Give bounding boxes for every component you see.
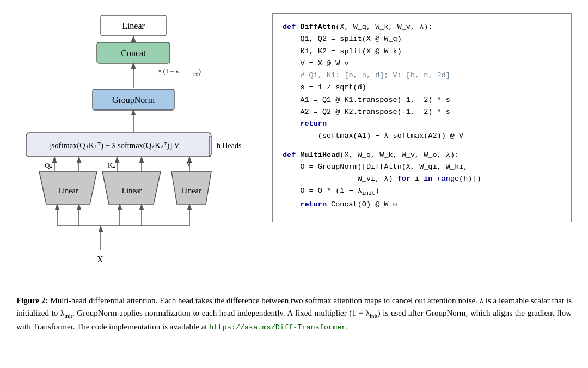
code-line-16: return Concat(O) @ W_o <box>283 199 561 211</box>
code-line-15: O = O * (1 − λinit) <box>283 185 561 198</box>
svg-text:): ) <box>199 68 201 75</box>
svg-text:h Heads: h Heads <box>217 142 242 150</box>
neural-network-diagram: Linear Concat × (1 − λ init ) GroupNorm <box>16 11 272 280</box>
code-line-2: Q1, Q2 = split(X @ W_q) <box>283 33 561 45</box>
code-line-8: A2 = Q2 @ K2.transpose(-1, -2) * s <box>283 106 561 118</box>
code-line-1: def DiffAttn(X, W_q, W_k, W_v, λ): <box>283 21 561 33</box>
code-line-9: return <box>283 118 561 130</box>
code-line-7: A1 = Q1 @ K1.transpose(-1, -2) * s <box>283 94 561 106</box>
svg-text:Linear: Linear <box>122 187 142 195</box>
svg-text:Linear: Linear <box>122 21 145 30</box>
caption-link: https://aka.ms/Diff-Transformer <box>209 323 346 332</box>
code-line-3: K1, K2 = split(X @ W_k) <box>283 46 561 58</box>
svg-text:X: X <box>97 255 103 264</box>
code-line-10: (softmax(A1) − λ softmax(A2)) @ V <box>283 130 561 142</box>
code-line-12: def MultiHead(X, W_q, W_k, W_v, W_o, λ): <box>283 149 561 161</box>
diagram-and-code: Linear Concat × (1 − λ init ) GroupNorm <box>16 11 572 280</box>
svg-text:Concat: Concat <box>121 48 146 58</box>
svg-text:K₁: K₁ <box>108 161 115 169</box>
diffattn-section: def DiffAttn(X, W_q, W_k, W_v, λ): Q1, Q… <box>283 21 561 143</box>
svg-text:Linear: Linear <box>181 187 201 195</box>
caption-label: Figure 2: <box>16 296 48 305</box>
code-line-5: # Qi, Ki: [b, n, d]; V: [b, n, 2d] <box>283 70 561 82</box>
svg-text:GroupNorm: GroupNorm <box>112 95 155 105</box>
svg-text:[softmax(Q₁K₁ᵀ) − λ softmax(Q₂: [softmax(Q₁K₁ᵀ) − λ softmax(Q₂K₂ᵀ)] V <box>49 141 180 150</box>
code-line-6: s = 1 / sqrt(d) <box>283 82 561 94</box>
code-line-13: O = GroupNorm([DiffAttn(X, W_qi, W_ki, <box>283 161 561 173</box>
svg-text:Q₁: Q₁ <box>45 161 52 169</box>
code-line-4: V = X @ W_v <box>283 58 561 70</box>
svg-text:× (1 − λ: × (1 − λ <box>158 68 179 75</box>
caption-period: . <box>346 322 348 331</box>
svg-text:Linear: Linear <box>58 187 78 195</box>
svg-text:V: V <box>186 160 192 168</box>
figure-2: Linear Concat × (1 − λ init ) GroupNorm <box>16 11 572 334</box>
multihead-section: def MultiHead(X, W_q, W_k, W_v, W_o, λ):… <box>283 149 561 211</box>
code-line-14: W_vi, λ) for i in range(h)]) <box>283 173 561 185</box>
code-block: def DiffAttn(X, W_q, W_k, W_v, λ): Q1, Q… <box>272 13 572 222</box>
figure-caption: Figure 2: Multi-head differential attent… <box>16 291 572 334</box>
